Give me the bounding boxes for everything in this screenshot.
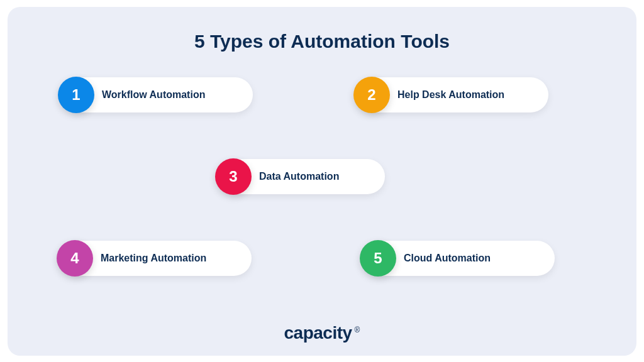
registered-icon: ®	[355, 326, 360, 334]
number-badge: 4	[57, 240, 93, 277]
number-badge: 3	[215, 158, 252, 195]
item-label: Marketing Automation	[101, 253, 206, 264]
item-label: Cloud Automation	[404, 253, 491, 264]
diagram-title: 5 Types of Automation Tools	[45, 31, 599, 52]
list-item: 4 Marketing Automation	[63, 241, 252, 276]
item-label: Data Automation	[259, 171, 339, 182]
item-label: Help Desk Automation	[397, 89, 504, 101]
list-item: 1 Workflow Automation	[64, 77, 253, 112]
item-pill: 1 Workflow Automation	[64, 77, 253, 112]
brand-name: capacity	[284, 323, 352, 343]
item-pill: 5 Cloud Automation	[366, 241, 555, 276]
list-item: 2 Help Desk Automation	[360, 77, 548, 112]
list-item: 5 Cloud Automation	[366, 241, 555, 276]
number-badge: 1	[58, 77, 94, 113]
number-badge: 2	[353, 77, 390, 113]
diagram-container: 5 Types of Automation Tools 1 Workflow A…	[8, 7, 636, 356]
item-pill: 4 Marketing Automation	[63, 241, 252, 276]
brand-logo: capacity ®	[284, 323, 360, 343]
list-item: 3 Data Automation	[221, 159, 385, 194]
item-pill: 3 Data Automation	[221, 159, 385, 194]
number-badge: 5	[360, 240, 396, 277]
item-label: Workflow Automation	[102, 89, 205, 101]
items-area: 1 Workflow Automation 2 Help Desk Automa…	[45, 77, 599, 291]
item-pill: 2 Help Desk Automation	[360, 77, 548, 112]
